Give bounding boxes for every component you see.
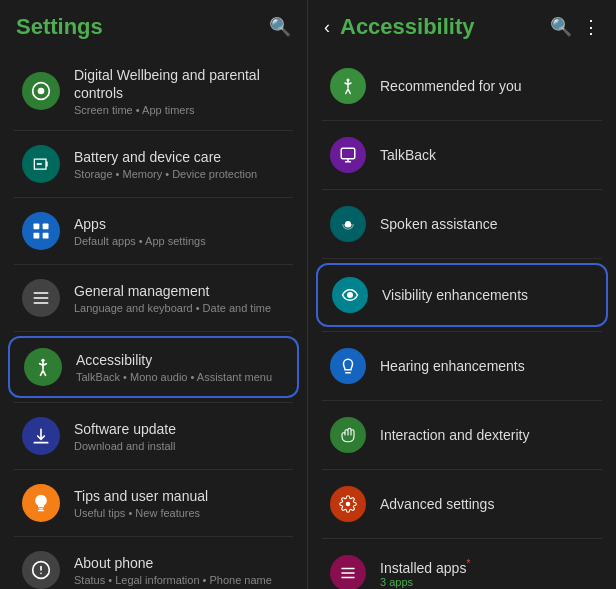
settings-item-about-phone[interactable]: About phone Status • Legal information •… — [8, 541, 299, 589]
visibility-enhancements-title: Visibility enhancements — [382, 287, 528, 303]
svg-rect-4 — [34, 233, 40, 239]
hearing-enhancements-icon — [330, 348, 366, 384]
apps-title: Apps — [74, 215, 285, 233]
r-divider-2 — [322, 189, 602, 190]
accessibility-list: Recommended for you TalkBack — [308, 50, 616, 589]
software-update-icon — [22, 417, 60, 455]
divider-2 — [14, 197, 293, 198]
accessibility-panel: ‹ Accessibility 🔍 ⋮ Recommended for you — [308, 0, 616, 589]
svg-point-11 — [347, 292, 353, 298]
installed-apps-text: Installed apps* 3 apps — [380, 558, 594, 589]
accessibility-subtitle: TalkBack • Mono audio • Assistant menu — [76, 371, 283, 383]
svg-rect-2 — [34, 224, 40, 230]
tips-subtitle: Useful tips • New features — [74, 507, 285, 519]
svg-rect-9 — [341, 148, 355, 159]
general-management-icon — [22, 279, 60, 317]
about-phone-text: About phone Status • Legal information •… — [74, 554, 285, 586]
settings-list: Digital Wellbeing and parental controls … — [0, 50, 307, 589]
recommended-title: Recommended for you — [380, 78, 522, 94]
right-item-installed-apps[interactable]: Installed apps* 3 apps — [316, 543, 608, 589]
apps-icon — [22, 212, 60, 250]
battery-icon — [22, 145, 60, 183]
r-divider-3 — [322, 258, 602, 259]
svg-rect-3 — [43, 224, 49, 230]
right-item-talkback[interactable]: TalkBack — [316, 125, 608, 185]
installed-apps-badge: * — [466, 558, 470, 569]
advanced-settings-title: Advanced settings — [380, 496, 494, 512]
divider-3 — [14, 264, 293, 265]
software-update-title: Software update — [74, 420, 285, 438]
installed-apps-title: Installed apps* — [380, 558, 594, 576]
hearing-enhancements-title: Hearing enhancements — [380, 358, 525, 374]
r-divider-5 — [322, 400, 602, 401]
software-update-text: Software update Download and install — [74, 420, 285, 452]
accessibility-title: Accessibility — [76, 351, 283, 369]
right-item-interaction-dexterity[interactable]: Interaction and dexterity — [316, 405, 608, 465]
interaction-dexterity-title: Interaction and dexterity — [380, 427, 529, 443]
talkback-icon — [330, 137, 366, 173]
divider-5 — [14, 402, 293, 403]
interaction-dexterity-icon — [330, 417, 366, 453]
about-phone-subtitle: Status • Legal information • Phone name — [74, 574, 285, 586]
digital-wellbeing-icon — [22, 72, 60, 110]
settings-item-battery[interactable]: Battery and device care Storage • Memory… — [8, 135, 299, 193]
svg-rect-5 — [43, 233, 49, 239]
settings-item-general-management[interactable]: General management Language and keyboard… — [8, 269, 299, 327]
settings-item-software-update[interactable]: Software update Download and install — [8, 407, 299, 465]
battery-text: Battery and device care Storage • Memory… — [74, 148, 285, 180]
about-phone-title: About phone — [74, 554, 285, 572]
search-icon[interactable]: 🔍 — [550, 16, 572, 38]
r-divider-7 — [322, 538, 602, 539]
accessibility-title: Accessibility — [340, 14, 475, 40]
settings-item-accessibility[interactable]: Accessibility TalkBack • Mono audio • As… — [8, 336, 299, 398]
spoken-assistance-title: Spoken assistance — [380, 216, 498, 232]
tips-title: Tips and user manual — [74, 487, 285, 505]
r-divider-1 — [322, 120, 602, 121]
apps-text: Apps Default apps • App settings — [74, 215, 285, 247]
right-item-advanced-settings[interactable]: Advanced settings — [316, 474, 608, 534]
digital-wellbeing-subtitle: Screen time • App timers — [74, 104, 285, 116]
search-icon[interactable]: 🔍 — [269, 16, 291, 38]
right-item-spoken-assistance[interactable]: Spoken assistance — [316, 194, 608, 254]
recommended-icon — [330, 68, 366, 104]
about-phone-icon — [22, 551, 60, 589]
advanced-settings-icon — [330, 486, 366, 522]
settings-header: Settings 🔍 — [0, 0, 307, 50]
divider-4 — [14, 331, 293, 332]
settings-header-actions: 🔍 — [269, 16, 291, 38]
accessibility-header-actions: 🔍 ⋮ — [550, 16, 600, 38]
settings-panel: Settings 🔍 Digital Wellbeing and parenta… — [0, 0, 308, 589]
installed-apps-subtitle: 3 apps — [380, 576, 594, 588]
accessibility-icon — [24, 348, 62, 386]
visibility-enhancements-icon — [332, 277, 368, 313]
general-management-title: General management — [74, 282, 285, 300]
divider-1 — [14, 130, 293, 131]
divider-7 — [14, 536, 293, 537]
right-item-visibility-enhancements[interactable]: Visibility enhancements — [316, 263, 608, 327]
r-divider-6 — [322, 469, 602, 470]
digital-wellbeing-title: Digital Wellbeing and parental controls — [74, 66, 285, 102]
back-button[interactable]: ‹ — [324, 17, 330, 38]
settings-item-tips[interactable]: Tips and user manual Useful tips • New f… — [8, 474, 299, 532]
battery-title: Battery and device care — [74, 148, 285, 166]
accessibility-header-left: ‹ Accessibility — [324, 14, 475, 40]
svg-point-1 — [38, 88, 45, 95]
tips-icon — [22, 484, 60, 522]
digital-wellbeing-text: Digital Wellbeing and parental controls … — [74, 66, 285, 116]
more-options-icon[interactable]: ⋮ — [582, 16, 600, 38]
installed-apps-icon — [330, 555, 366, 589]
settings-title: Settings — [16, 14, 103, 40]
settings-item-digital-wellbeing[interactable]: Digital Wellbeing and parental controls … — [8, 56, 299, 126]
software-update-subtitle: Download and install — [74, 440, 285, 452]
general-management-subtitle: Language and keyboard • Date and time — [74, 302, 285, 314]
accessibility-header: ‹ Accessibility 🔍 ⋮ — [308, 0, 616, 50]
right-item-hearing-enhancements[interactable]: Hearing enhancements — [316, 336, 608, 396]
right-item-recommended[interactable]: Recommended for you — [316, 56, 608, 116]
battery-subtitle: Storage • Memory • Device protection — [74, 168, 285, 180]
spoken-assistance-icon — [330, 206, 366, 242]
talkback-title: TalkBack — [380, 147, 436, 163]
settings-item-apps[interactable]: Apps Default apps • App settings — [8, 202, 299, 260]
general-management-text: General management Language and keyboard… — [74, 282, 285, 314]
apps-subtitle: Default apps • App settings — [74, 235, 285, 247]
tips-text: Tips and user manual Useful tips • New f… — [74, 487, 285, 519]
